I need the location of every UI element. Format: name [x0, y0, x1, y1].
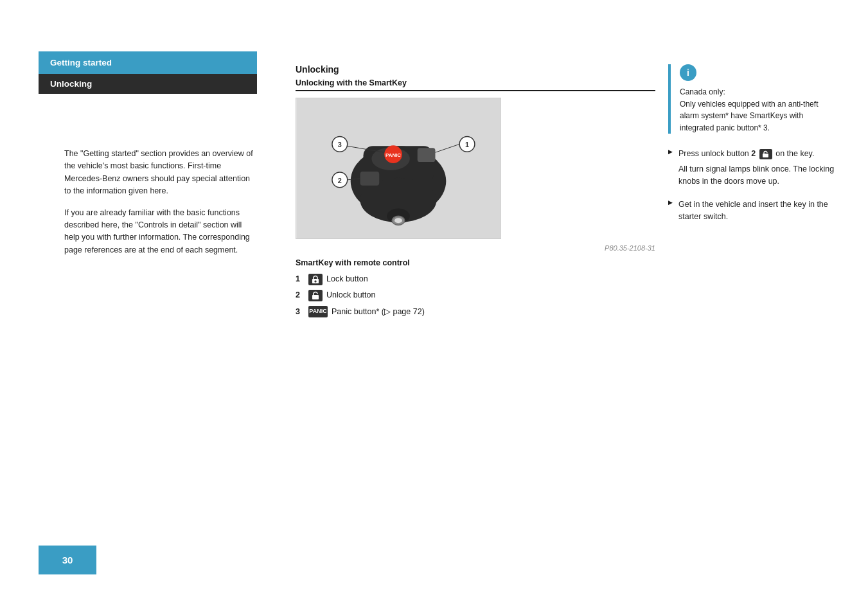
key-item-3-label: Panic button* (▷ page 72): [332, 305, 425, 319]
svg-text:2: 2: [338, 177, 342, 184]
svg-rect-7: [360, 172, 380, 186]
right-panel: i Canada only:Only vehicles equipped wit…: [668, 64, 835, 233]
lock-icon: [308, 274, 323, 285]
smartkey-svg: PANIC 1 3 2: [296, 98, 500, 238]
left-para-2: If you are already familiar with the bas…: [64, 207, 257, 257]
getting-started-box: Getting started: [39, 51, 257, 74]
unlocking-sidebar-box: Unlocking: [39, 74, 257, 94]
info-text: Canada only:Only vehicles equipped with …: [680, 86, 835, 134]
action-list: Press unlock button 2 on the key. All tu…: [668, 148, 835, 223]
main-section-title: Unlocking: [296, 64, 655, 75]
unlock-inline-icon: [759, 149, 772, 159]
key-list-item-3: 3 PANIC Panic button* (▷ page 72): [296, 305, 655, 319]
unlocking-sidebar-title: Unlocking: [50, 79, 92, 89]
page-number: 30: [62, 555, 73, 565]
page-number-box: 30: [39, 546, 96, 574]
svg-rect-23: [312, 295, 319, 299]
key-list-item-1: 1 Lock button: [296, 272, 655, 286]
main-sub-title: Unlocking with the SmartKey: [296, 78, 655, 91]
key-list: 1 Lock button 2 Unlock button 3: [296, 272, 655, 319]
action-2-main: Get in the vehicle and insert the key in…: [678, 200, 828, 221]
svg-rect-6: [418, 148, 436, 162]
svg-text:3: 3: [338, 141, 342, 148]
smartkey-label: SmartKey with remote control: [296, 258, 655, 267]
svg-rect-22: [315, 280, 317, 282]
key-item-1-label: Lock button: [326, 272, 368, 286]
left-body-text: The "Getting started" section provides a…: [64, 148, 257, 265]
action-1-sub: All turn signal lamps blink once. The lo…: [678, 163, 835, 188]
svg-text:1: 1: [465, 141, 469, 148]
main-content: Unlocking Unlocking with the SmartKey PA…: [296, 64, 655, 321]
image-caption: P80.35-2108-31: [296, 244, 655, 252]
unlock-icon: [308, 290, 323, 301]
key-item-2-label: Unlock button: [326, 289, 375, 302]
action-item-1: Press unlock button 2 on the key. All tu…: [668, 148, 835, 188]
svg-point-11: [394, 218, 402, 223]
action-item-2: Get in the vehicle and insert the key in…: [668, 199, 835, 224]
key-list-item-2: 2 Unlock button: [296, 289, 655, 302]
info-icon: i: [680, 64, 696, 81]
svg-text:PANIC: PANIC: [385, 152, 401, 158]
info-box: i Canada only:Only vehicles equipped wit…: [668, 64, 835, 134]
smartkey-image: PANIC 1 3 2: [296, 98, 501, 239]
svg-rect-24: [763, 154, 768, 157]
left-para-1: The "Getting started" section provides a…: [64, 148, 257, 198]
sidebar-header: Getting started Unlocking: [39, 51, 257, 94]
getting-started-title: Getting started: [50, 58, 112, 67]
panic-icon: PANIC: [308, 306, 328, 317]
